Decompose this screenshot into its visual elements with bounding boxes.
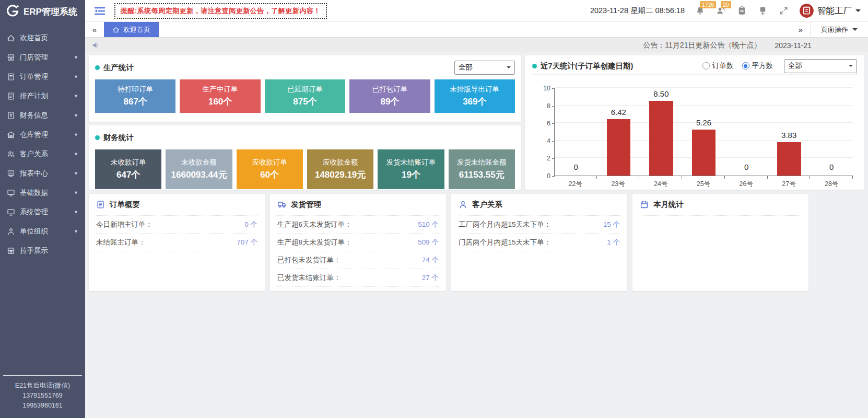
tabbar: « 欢迎首页 » 页面操作 — [85, 22, 868, 38]
summary-panel-1: 发货管理生产超6天未发货订单：510 个生产超8天未发货订单：509 个已打包未… — [270, 194, 446, 291]
sidebar-item-label: 排产计划 — [20, 91, 48, 101]
sidebar-item-doc-2[interactable]: 订单管理▼ — [0, 67, 85, 86]
tabs-scroll-left-icon[interactable]: « — [85, 22, 104, 37]
summary-row-value[interactable]: 1 个 — [607, 238, 620, 247]
sidebar-item-report-7[interactable]: 报表中心▼ — [0, 164, 85, 183]
sidebar-item-label: 客户关系 — [20, 149, 48, 159]
sidebar-item-person-10[interactable]: 单位组织▼ — [0, 222, 85, 241]
sidebar-item-home-0[interactable]: 欢迎首页 — [0, 28, 85, 48]
finance-stat-card[interactable]: 发货未结账金额61153.55元 — [449, 149, 515, 189]
chart-radio-0[interactable]: 订单数 — [702, 61, 734, 71]
sidebar-item-monitor-8[interactable]: 基础数据▼ — [0, 183, 85, 202]
doc-icon — [7, 92, 15, 100]
announcement-bar: 公告：11月21日更新公告（晚十点） 2023-11-21 — [85, 38, 868, 52]
user-menu[interactable]: 智能工厂 — [800, 4, 861, 18]
bar-23号[interactable] — [607, 119, 631, 176]
bullet-icon — [95, 135, 100, 140]
finance-stat-card[interactable]: 应收款订单60个 — [237, 149, 303, 189]
production-stat-card[interactable]: 已打包订单89个 — [349, 79, 430, 113]
chart-filter-select[interactable]: 全部 — [784, 59, 857, 73]
logo-icon — [5, 4, 20, 19]
app-title: ERP管理系统 — [24, 6, 77, 18]
production-stat-card[interactable]: 未排版导出订单369个 — [435, 79, 515, 113]
tab-home[interactable]: 欢迎首页 — [104, 22, 159, 37]
notification-bell-icon[interactable]: 1726 — [695, 6, 706, 16]
sidebar-menu: 欢迎首页门店管理▼订单管理▼排产计划▼财务信息▼仓库管理▼客户关系▼报表中心▼基… — [0, 23, 85, 375]
finance-stat-card[interactable]: 发货未结账订单19个 — [378, 149, 444, 189]
bar-27号[interactable] — [777, 142, 801, 176]
card-value: 19个 — [402, 169, 420, 181]
sidebar: ERP管理系统 欢迎首页门店管理▼订单管理▼排产计划▼财务信息▼仓库管理▼客户关… — [0, 0, 85, 418]
app-logo: ERP管理系统 — [0, 0, 85, 23]
sidebar-item-people-6[interactable]: 客户关系▼ — [0, 144, 85, 164]
sidebar-item-store-11[interactable]: 拉手展示 — [0, 241, 85, 260]
announcement-text[interactable]: 公告：11月21日更新公告（晚十点） — [643, 41, 761, 50]
home-icon — [7, 34, 15, 42]
bar-value-label: 0 — [725, 162, 768, 171]
person-icon — [7, 227, 15, 236]
bar-value-label: 0 — [555, 162, 597, 171]
collapse-menu-icon[interactable] — [93, 6, 106, 16]
chevron-down-icon: ▼ — [74, 190, 78, 195]
card-label: 发货未结账金额 — [457, 158, 507, 167]
bell-badge: 1726 — [700, 1, 716, 8]
summary-row-value[interactable]: 0 个 — [244, 220, 257, 229]
summary-row-value[interactable]: 74 个 — [422, 256, 439, 265]
bar-value-label: 3.83 — [768, 131, 811, 140]
summary-row: 已打包未发货订单：74 个 — [277, 251, 439, 269]
card-value: 148029.19元 — [315, 169, 366, 181]
finance-stat-card[interactable]: 未收款订单647个 — [95, 149, 161, 189]
bar-chart: 024681006.428.505.2603.830 22号23号24号25号2… — [554, 88, 853, 189]
chart-radio-1[interactable]: 平方数 — [742, 61, 773, 71]
sidebar-item-label: 欢迎首页 — [20, 33, 48, 43]
sidebar-item-store-1[interactable]: 门店管理▼ — [0, 48, 85, 67]
sidebar-item-label: 仓库管理 — [20, 130, 48, 140]
tab-home-label: 欢迎首页 — [123, 25, 150, 34]
calendar-icon — [640, 200, 649, 209]
contacts-icon[interactable]: 20 — [716, 6, 726, 16]
card-label: 待打印订单 — [118, 85, 153, 94]
production-stat-card[interactable]: 生产中订单160个 — [180, 79, 260, 113]
page-actions-menu[interactable]: 页面操作 — [810, 22, 868, 37]
sidebar-item-label: 报表中心 — [20, 169, 48, 178]
finance-stat-card[interactable]: 应收款金额148029.19元 — [307, 149, 373, 189]
chevron-down-icon: ▼ — [74, 55, 78, 60]
chevron-down-icon — [855, 9, 861, 15]
chart-filter-value: 全部 — [788, 61, 802, 71]
sidebar-item-monitor-9[interactable]: 系统管理▼ — [0, 202, 85, 222]
summary-row: 工厂两个月内超15天未下单：15 个 — [459, 216, 620, 234]
card-label: 已延期订单 — [287, 85, 323, 94]
fullscreen-icon[interactable] — [779, 6, 789, 16]
summary-row-value[interactable]: 15 个 — [603, 220, 620, 229]
card-label: 发货未结账订单 — [386, 158, 436, 167]
summary-row: 未结账主订单：707 个 — [96, 234, 257, 251]
sidebar-item-finance-4[interactable]: 财务信息▼ — [0, 106, 85, 125]
summary-row-value[interactable]: 707 个 — [237, 238, 257, 247]
contacts-badge: 20 — [721, 1, 731, 8]
speaker-icon — [91, 41, 100, 50]
summary-row-value[interactable]: 509 个 — [418, 238, 439, 247]
radio-checked-icon — [742, 62, 749, 69]
summary-row: 门店两个月内超15天未下单：1 个 — [459, 234, 620, 251]
card-label: 未排版导出订单 — [450, 85, 500, 94]
finance-stat-card[interactable]: 未收款金额1660093.44元 — [166, 149, 232, 189]
production-stat-card[interactable]: 已延期订单875个 — [265, 79, 345, 113]
summary-row-value[interactable]: 510 个 — [418, 220, 439, 229]
screen-record-icon[interactable] — [758, 6, 768, 16]
doc-icon — [7, 73, 15, 81]
summary-panel-2: 客户关系工厂两个月内超15天未下单：15 个门店两个月内超15天未下单：1 个 — [451, 194, 627, 291]
clipboard-icon[interactable] — [737, 6, 747, 16]
summary-row-label: 生产超8天未发货订单： — [277, 238, 352, 247]
summary-panel-0: 订单概要今日新增主订单：0 个未结账主订单：707 个 — [89, 194, 265, 291]
sidebar-item-doc-3[interactable]: 排产计划▼ — [0, 86, 85, 106]
topbar: 提醒:系统每周定期更新，请注意查阅更新公告，了解更新内容！ 2023-11-28… — [85, 0, 868, 22]
production-filter-select[interactable]: 全部 — [454, 61, 515, 75]
bar-24号[interactable] — [649, 101, 673, 176]
summary-row-value[interactable]: 27 个 — [422, 273, 439, 283]
sidebar-item-label: 门店管理 — [20, 53, 48, 62]
tabs-scroll-right-icon[interactable]: » — [791, 22, 810, 37]
bar-25号[interactable] — [692, 130, 716, 176]
production-stat-card[interactable]: 待打印订单867个 — [95, 79, 175, 113]
bar-value-label: 6.42 — [597, 108, 640, 117]
sidebar-item-warehouse-5[interactable]: 仓库管理▼ — [0, 125, 85, 144]
